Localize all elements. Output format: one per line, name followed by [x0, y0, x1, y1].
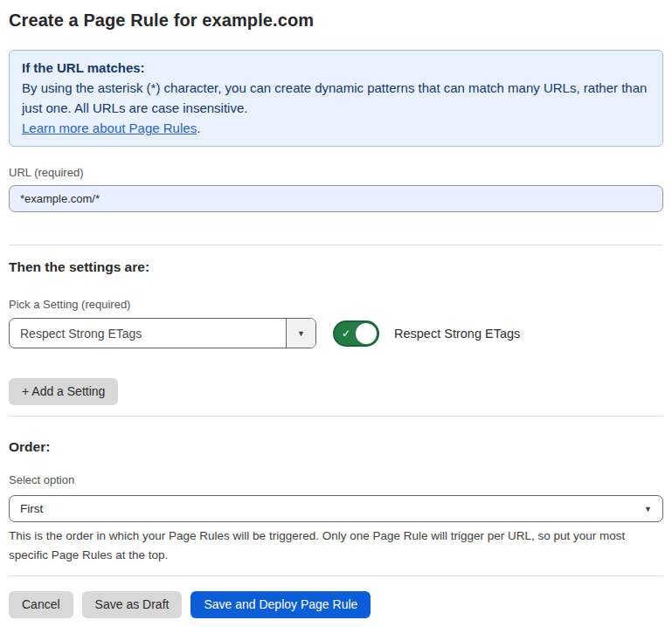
order-divider: [9, 416, 663, 417]
add-setting-button[interactable]: + Add a Setting: [9, 378, 118, 405]
actions-row: Cancel Save as Draft Save and Deploy Pag…: [9, 591, 663, 618]
section-divider: [9, 245, 663, 245]
info-box-link-line: Learn more about Page Rules.: [22, 118, 650, 138]
info-box-body: By using the asterisk (*) character, you…: [22, 78, 650, 118]
chevron-down-icon: ▼: [644, 505, 652, 513]
setting-select[interactable]: Respect Strong ETags ▼: [9, 318, 316, 348]
link-period: .: [197, 121, 200, 135]
toggle-knob: [356, 323, 377, 344]
order-select-value: First: [20, 502, 43, 515]
chevron-down-icon[interactable]: ▼: [286, 319, 315, 348]
url-field-label: URL (required): [9, 166, 663, 180]
check-icon: ✓: [342, 327, 350, 340]
order-section-heading: Order:: [9, 438, 663, 456]
url-matches-info-box: If the URL matches: By using the asteris…: [9, 50, 663, 147]
save-draft-button[interactable]: Save as Draft: [82, 591, 183, 618]
url-input[interactable]: [9, 185, 663, 212]
actions-divider: [9, 575, 663, 576]
setting-row: Respect Strong ETags ▼ ✓ Respect Strong …: [9, 318, 663, 348]
etags-toggle-label: Respect Strong ETags: [394, 327, 520, 341]
order-select[interactable]: First ▼: [9, 495, 663, 522]
etags-toggle[interactable]: ✓: [333, 320, 379, 347]
setting-select-value: Respect Strong ETags: [10, 319, 286, 348]
cancel-button[interactable]: Cancel: [9, 591, 73, 618]
order-help-text: This is the order in which your Page Rul…: [9, 527, 663, 565]
learn-more-link[interactable]: Learn more about Page Rules: [22, 121, 197, 135]
pick-setting-label: Pick a Setting (required): [9, 298, 663, 312]
select-option-label: Select option: [9, 473, 663, 487]
save-deploy-button[interactable]: Save and Deploy Page Rule: [191, 591, 371, 618]
settings-section-heading: Then the settings are:: [9, 258, 663, 276]
page-title: Create a Page Rule for example.com: [9, 9, 663, 31]
info-box-heading: If the URL matches:: [22, 58, 650, 78]
